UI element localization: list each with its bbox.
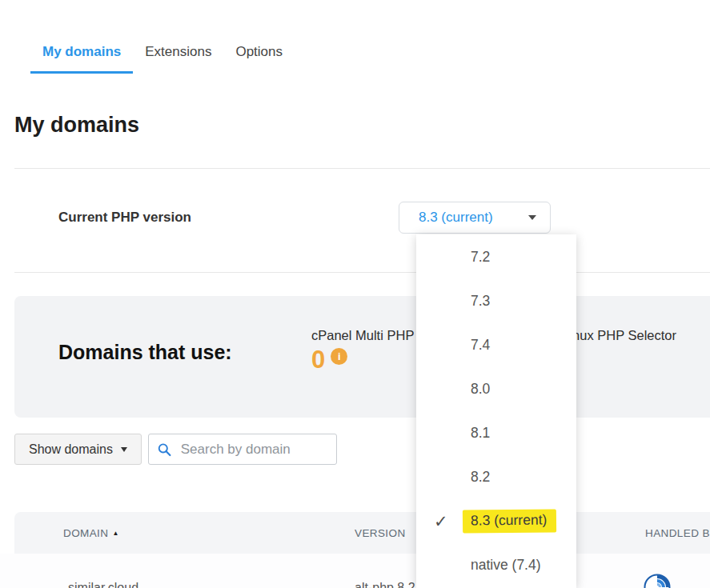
dropdown-option-8.3-current-[interactable]: ✓8.3 (current) (416, 499, 576, 543)
column-header-label: VERSION (355, 527, 406, 539)
search-box (148, 434, 337, 465)
dropdown-option-7.3[interactable]: 7.3 (416, 279, 576, 323)
column-header-domain[interactable]: DOMAIN▲ (63, 527, 119, 539)
dropdown-option-7.4[interactable]: 7.4 (416, 323, 576, 367)
banner-title: Domains that use: (58, 341, 232, 364)
column-header-label: DOMAIN (63, 527, 108, 539)
row-version-cell: alt-php 8.2 (355, 581, 415, 588)
dropdown-option-8.2[interactable]: 8.2 (416, 455, 576, 499)
cpanel-usage-count-value: 0 (311, 346, 325, 374)
section-divider (14, 272, 710, 273)
current-php-version-label: Current PHP version (58, 210, 191, 226)
dropdown-option-8.1[interactable]: 8.1 (416, 411, 576, 455)
tab-extensions[interactable]: Extensions (133, 37, 223, 74)
cpanel-usage-label: cPanel Multi PHP (311, 328, 414, 343)
section-divider (14, 168, 710, 169)
selected-option-highlight: 8.3 (current) (463, 509, 557, 533)
caret-down-icon (528, 215, 536, 220)
row-domain-cell: similar.cloud (68, 581, 138, 588)
domains-usage-banner: Domains that use: cPanel Multi PHP 0i Cl… (14, 296, 710, 418)
dropdown-option-native-7.4-[interactable]: native (7.4) (416, 543, 576, 587)
cpanel-usage-count: 0i (311, 347, 414, 372)
dropdown-option-7.2[interactable]: 7.2 (416, 235, 576, 279)
check-icon: ✓ (434, 512, 448, 531)
search-icon (157, 441, 172, 458)
handler-logo-icon (643, 573, 672, 588)
column-header-handled-by[interactable]: HANDLED BY (645, 527, 710, 539)
tab-options[interactable]: Options (223, 37, 295, 74)
show-domains-button[interactable]: Show domains (14, 434, 142, 465)
table-header-row: DOMAIN▲ VERSION HANDLED BY (14, 512, 710, 554)
php-version-select[interactable]: 8.3 (current) (399, 202, 551, 234)
php-selector-page: My domainsExtensionsOptions My domains C… (0, 0, 710, 588)
dropdown-option-8.0[interactable]: 8.0 (416, 367, 576, 411)
cpanel-usage-column: cPanel Multi PHP 0i (311, 328, 414, 372)
tab-bar: My domainsExtensionsOptions (30, 37, 295, 74)
info-icon[interactable]: i (331, 348, 347, 365)
table-row[interactable]: similar.cloud alt-php 8.2 (0, 554, 710, 588)
column-header-label: HANDLED BY (645, 527, 710, 539)
tab-my-domains[interactable]: My domains (30, 37, 133, 74)
sort-ascending-icon: ▲ (112, 530, 118, 537)
page-title: My domains (14, 113, 139, 138)
show-domains-label: Show domains (29, 442, 113, 457)
search-input[interactable] (179, 441, 328, 458)
php-version-dropdown: 7.27.37.48.08.18.2✓8.3 (current)native (… (416, 234, 576, 588)
caret-down-icon (121, 447, 127, 452)
column-header-version[interactable]: VERSION (355, 527, 406, 539)
php-version-selected-value: 8.3 (current) (419, 210, 493, 226)
